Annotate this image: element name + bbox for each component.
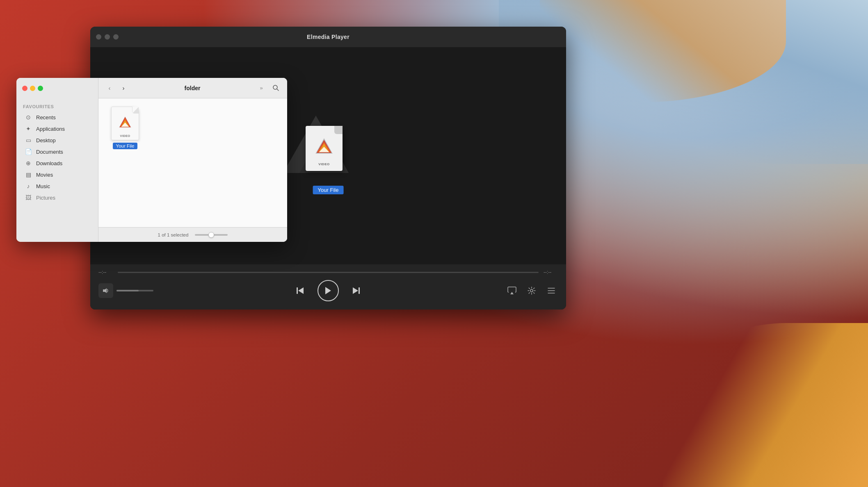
sidebar-label-movies: Movies [36, 172, 53, 178]
player-file-display: VIDEO Your File [295, 120, 361, 185]
file-doc-corner [132, 107, 139, 114]
player-titlebar: Elmedia Player [90, 27, 566, 47]
center-controls [291, 280, 365, 301]
music-icon: ♪ [25, 183, 32, 189]
sidebar-item-movies[interactable]: ▤ Movies [18, 169, 96, 180]
documents-icon: 📄 [25, 148, 32, 155]
downloads-icon: ⊕ [25, 160, 32, 166]
finder-traffic-lights [22, 86, 43, 91]
sidebar-section-favourites: Favourites [16, 102, 98, 112]
file-icon-item[interactable]: VIDEO Your File [107, 107, 144, 149]
next-button[interactable] [347, 282, 365, 300]
search-icon [273, 85, 279, 91]
right-controls [505, 284, 558, 297]
player-file-document: VIDEO [306, 126, 343, 171]
sidebar-label-downloads: Downloads [36, 160, 62, 166]
slider-thumb [208, 232, 214, 238]
progress-track[interactable] [118, 272, 539, 273]
skip-back-icon [296, 286, 305, 295]
play-button[interactable] [318, 280, 339, 301]
desktop-icon: ▭ [25, 137, 32, 143]
progress-bar-area: --:-- --:-- [90, 264, 566, 278]
statusbar-selected-text: 1 of 1 selected [158, 232, 189, 237]
finder-minimize-button[interactable] [30, 86, 35, 91]
player-maximize-button[interactable] [113, 34, 119, 40]
file-type-label-large: VIDEO [306, 162, 343, 166]
sidebar-label-pictures: Pictures [36, 195, 55, 201]
gear-icon [528, 287, 536, 295]
finder-toolbar: ‹ › folder » [98, 78, 287, 98]
sidebar-label-recents: Recents [36, 114, 56, 121]
sidebar-item-applications[interactable]: ✦ Applications [18, 123, 96, 134]
finder-back-button[interactable]: ‹ [104, 83, 115, 93]
time-current: --:-- [98, 269, 113, 275]
settings-button[interactable] [525, 284, 538, 297]
player-file-name-badge: Your File [313, 186, 344, 194]
player-controls-bar: --:-- --:-- [90, 264, 566, 309]
sidebar-item-pictures[interactable]: 🖼 Pictures [18, 192, 96, 203]
finder-sidebar-content: Favourites ⊙ Recents ✦ Applications ▭ De… [16, 98, 98, 242]
svg-rect-6 [297, 287, 298, 294]
elmedia-logo-small-icon [117, 115, 133, 130]
finder-titlebar [16, 78, 98, 98]
svg-marker-10 [353, 287, 358, 294]
finder-forward-button[interactable]: › [118, 83, 129, 93]
sidebar-label-documents: Documents [36, 149, 63, 155]
finder-window: Favourites ⊙ Recents ✦ Applications ▭ De… [16, 78, 287, 242]
volume-slider[interactable] [116, 290, 153, 291]
controls-row [90, 278, 566, 303]
svg-line-17 [277, 89, 279, 91]
pictures-icon: 🖼 [25, 194, 32, 201]
svg-marker-8 [325, 287, 331, 294]
airplay-icon [507, 287, 516, 295]
player-minimize-button[interactable] [105, 34, 110, 40]
bg-wave-3 [663, 323, 868, 487]
finder-sidebar: Favourites ⊙ Recents ✦ Applications ▭ De… [16, 78, 98, 242]
time-total: --:-- [544, 269, 558, 275]
player-title: Elmedia Player [307, 34, 349, 40]
playlist-button[interactable] [545, 284, 558, 297]
sidebar-item-music[interactable]: ♪ Music [18, 180, 96, 192]
sidebar-item-recents[interactable]: ⊙ Recents [18, 112, 96, 123]
elmedia-logo-icon [314, 137, 334, 157]
movies-icon: ▤ [25, 171, 32, 178]
finder-main: ‹ › folder » [98, 78, 287, 242]
file-type-label: VIDEO [112, 134, 139, 138]
player-close-button[interactable] [96, 34, 101, 40]
svg-marker-5 [103, 288, 107, 293]
sidebar-item-desktop[interactable]: ▭ Desktop [18, 134, 96, 146]
applications-icon: ✦ [25, 125, 32, 132]
svg-marker-11 [510, 292, 514, 294]
sidebar-label-desktop: Desktop [36, 137, 56, 143]
finder-close-button[interactable] [22, 86, 27, 91]
file-document: VIDEO [111, 107, 139, 140]
sidebar-label-music: Music [36, 183, 50, 189]
file-name-badge: Your File [113, 143, 138, 149]
previous-button[interactable] [291, 282, 309, 300]
finder-content-area[interactable]: VIDEO Your File [98, 98, 287, 227]
play-icon [324, 287, 332, 295]
volume-icon [103, 288, 109, 294]
file-corner [334, 126, 343, 134]
finder-view-options-button[interactable]: » [256, 83, 267, 93]
sidebar-label-applications: Applications [36, 126, 65, 132]
svg-marker-7 [298, 287, 304, 294]
svg-point-12 [530, 289, 533, 292]
sidebar-item-documents[interactable]: 📄 Documents [18, 146, 96, 157]
volume-area [98, 283, 153, 298]
recents-icon: ⊙ [25, 114, 32, 121]
volume-button[interactable] [98, 283, 113, 298]
player-traffic-lights [96, 34, 119, 40]
finder-path-label: folder [132, 85, 253, 91]
airplay-button[interactable] [505, 284, 519, 297]
playlist-icon [547, 287, 555, 294]
view-size-slider[interactable] [195, 234, 228, 236]
sidebar-item-downloads[interactable]: ⊕ Downloads [18, 157, 96, 169]
svg-rect-9 [359, 287, 360, 294]
player-file-icon-wrapper: VIDEO Your File [295, 120, 361, 185]
finder-search-button[interactable] [270, 82, 281, 94]
finder-statusbar: 1 of 1 selected [98, 227, 287, 242]
finder-maximize-button[interactable] [38, 86, 43, 91]
skip-forward-icon [352, 286, 361, 295]
